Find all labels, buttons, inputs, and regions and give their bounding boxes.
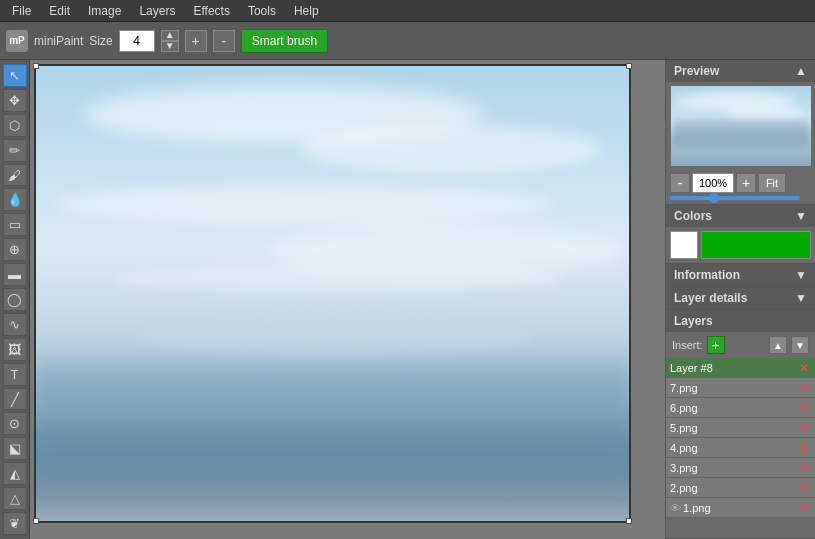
colors-title: Colors: [674, 209, 712, 223]
menu-image[interactable]: Image: [80, 2, 129, 20]
menu-help[interactable]: Help: [286, 2, 327, 20]
information-collapse-icon: ▼: [795, 268, 807, 282]
tool-text[interactable]: T: [3, 363, 27, 386]
size-decrement[interactable]: ▼: [161, 41, 179, 52]
zoom-plus-button[interactable]: +: [736, 173, 756, 193]
layer-delete-6[interactable]: ✕: [797, 481, 811, 495]
preview-section: Preview ▲ - 100% + Fit: [666, 60, 815, 205]
tool-eyedropper[interactable]: 💧: [3, 188, 27, 211]
tool-pencil[interactable]: ✏: [3, 139, 27, 162]
layer-delete-5[interactable]: ✕: [797, 461, 811, 475]
layer-item-0[interactable]: Layer #8 ✕: [666, 358, 815, 378]
layer-name-2: 6.png: [670, 402, 797, 414]
zoom-fit-button[interactable]: Fit: [758, 173, 786, 193]
layer-details-collapse-icon: ▼: [795, 291, 807, 305]
information-section: Information ▼: [666, 264, 815, 287]
layer-name-7: 1.png: [683, 502, 797, 514]
layer-delete-3[interactable]: ✕: [797, 421, 811, 435]
layers-insert-bar: Insert: + ▲ ▼: [666, 332, 815, 358]
tool-rect-select[interactable]: ▬: [3, 263, 27, 286]
toolbox: ↖ ✥ ⬡ ✏ 🖌 💧 ▭ ⊕ ▬ ◯ ∿ 🖼 T ╱ ⊙ ⬕ ◭ △ ❦: [0, 60, 30, 539]
preview-title: Preview: [674, 64, 719, 78]
background-color-swatch[interactable]: [701, 231, 811, 259]
tool-brush[interactable]: 🖌: [3, 164, 27, 187]
zoom-controls: - 100% + Fit: [666, 170, 815, 196]
layer-name-3: 5.png: [670, 422, 797, 434]
layer-item-6[interactable]: 2.png ✕: [666, 478, 815, 498]
layer-details-section: Layer details ▼: [666, 287, 815, 310]
foreground-color-swatch[interactable]: [670, 231, 698, 259]
layer-item-7[interactable]: 👁 1.png ✕: [666, 498, 815, 518]
layer-visibility-7[interactable]: 👁: [670, 502, 681, 514]
layer-name-4: 4.png: [670, 442, 797, 454]
information-header[interactable]: Information ▼: [666, 264, 815, 286]
plus-button[interactable]: +: [185, 30, 207, 52]
layer-item-3[interactable]: 5.png ✕: [666, 418, 815, 438]
smart-brush-button[interactable]: Smart brush: [241, 29, 328, 53]
colors-collapse-icon: ▼: [795, 209, 807, 223]
tool-feather[interactable]: ❦: [3, 512, 27, 535]
color-swatches: [666, 227, 815, 263]
size-input[interactable]: [119, 30, 155, 52]
layer-delete-1[interactable]: ✕: [797, 381, 811, 395]
layer-name-5: 3.png: [670, 462, 797, 474]
layer-item-4[interactable]: 4.png ✕: [666, 438, 815, 458]
layers-header[interactable]: Layers: [666, 310, 815, 332]
preview-collapse-icon: ▲: [795, 64, 807, 78]
layers-up-button[interactable]: ▲: [769, 336, 787, 354]
tool-ellipse-select[interactable]: ◯: [3, 288, 27, 311]
layer-name-0: Layer #8: [670, 362, 797, 374]
menu-edit[interactable]: Edit: [41, 2, 78, 20]
tool-fill[interactable]: ◭: [3, 462, 27, 485]
layers-add-button[interactable]: +: [707, 336, 725, 354]
toolbar: mP miniPaint Size ▲ ▼ + - Smart brush: [0, 22, 815, 60]
size-increment[interactable]: ▲: [161, 30, 179, 41]
tool-select[interactable]: ↖: [3, 64, 27, 87]
layer-item-1[interactable]: 7.png ✕: [666, 378, 815, 398]
tool-eraser[interactable]: ▭: [3, 213, 27, 236]
app-name: miniPaint: [34, 34, 83, 48]
information-title: Information: [674, 268, 740, 282]
layer-details-header[interactable]: Layer details ▼: [666, 287, 815, 309]
colors-section: Colors ▼: [666, 205, 815, 264]
tool-clone[interactable]: ⊕: [3, 238, 27, 261]
menu-bar: File Edit Image Layers Effects Tools Hel…: [0, 0, 815, 22]
app-logo: mP: [6, 30, 28, 52]
menu-tools[interactable]: Tools: [240, 2, 284, 20]
colors-header[interactable]: Colors ▼: [666, 205, 815, 227]
minus-button[interactable]: -: [213, 30, 235, 52]
canvas[interactable]: [34, 64, 631, 523]
right-panel: Preview ▲ - 100% + Fit Colors ▼: [665, 60, 815, 539]
menu-file[interactable]: File: [4, 2, 39, 20]
canvas-area: [30, 60, 665, 539]
layer-delete-7[interactable]: ✕: [797, 501, 811, 515]
preview-image: [671, 86, 811, 166]
zoom-value-display: 100%: [692, 173, 734, 193]
layer-name-6: 2.png: [670, 482, 797, 494]
size-label: Size: [89, 34, 112, 48]
size-spinner: ▲ ▼: [161, 30, 179, 52]
menu-effects[interactable]: Effects: [185, 2, 237, 20]
canvas-container[interactable]: [34, 64, 661, 535]
tool-transform[interactable]: ⬕: [3, 437, 27, 460]
menu-layers[interactable]: Layers: [131, 2, 183, 20]
tool-paint-bucket[interactable]: ⬡: [3, 114, 27, 137]
tool-image[interactable]: 🖼: [3, 338, 27, 361]
layer-delete-4[interactable]: ✕: [797, 441, 811, 455]
layers-down-button[interactable]: ▼: [791, 336, 809, 354]
tool-move[interactable]: ✥: [3, 89, 27, 112]
layer-details-title: Layer details: [674, 291, 747, 305]
tool-line[interactable]: ╱: [3, 388, 27, 411]
layer-item-5[interactable]: 3.png ✕: [666, 458, 815, 478]
layer-delete-2[interactable]: ✕: [797, 401, 811, 415]
preview-header[interactable]: Preview ▲: [666, 60, 815, 82]
zoom-slider[interactable]: [670, 196, 800, 200]
zoom-minus-button[interactable]: -: [670, 173, 690, 193]
layer-item-2[interactable]: 6.png ✕: [666, 398, 815, 418]
tool-polygon[interactable]: △: [3, 487, 27, 510]
tool-stamp[interactable]: ⊙: [3, 412, 27, 435]
main-area: ↖ ✥ ⬡ ✏ 🖌 💧 ▭ ⊕ ▬ ◯ ∿ 🖼 T ╱ ⊙ ⬕ ◭ △ ❦: [0, 60, 815, 539]
zoom-slider-handle[interactable]: [709, 193, 719, 203]
layer-delete-0[interactable]: ✕: [797, 361, 811, 375]
tool-lasso[interactable]: ∿: [3, 313, 27, 336]
